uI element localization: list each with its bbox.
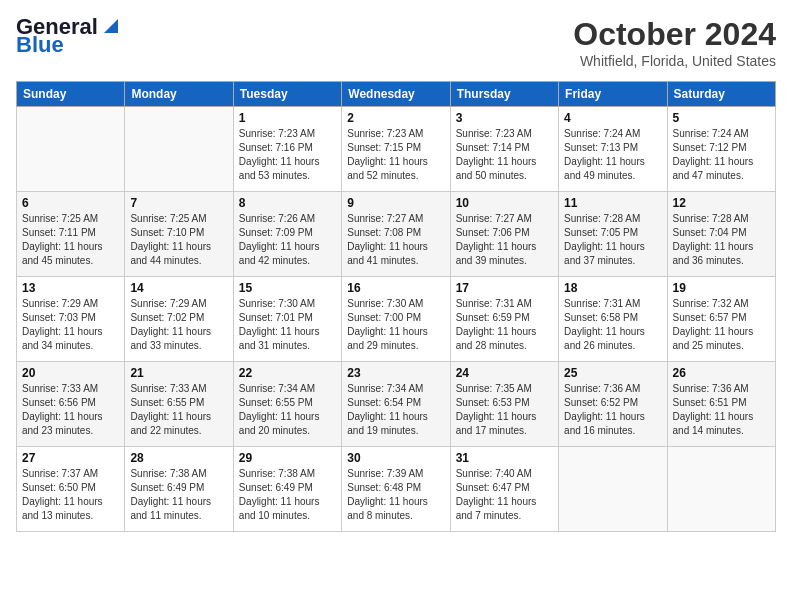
day-number: 10 <box>456 196 553 210</box>
day-number: 23 <box>347 366 444 380</box>
calendar-cell <box>559 447 667 532</box>
day-info: Sunrise: 7:26 AM Sunset: 7:09 PM Dayligh… <box>239 212 336 268</box>
calendar-cell: 23Sunrise: 7:34 AM Sunset: 6:54 PM Dayli… <box>342 362 450 447</box>
calendar-cell: 9Sunrise: 7:27 AM Sunset: 7:08 PM Daylig… <box>342 192 450 277</box>
day-info: Sunrise: 7:23 AM Sunset: 7:14 PM Dayligh… <box>456 127 553 183</box>
calendar-cell: 16Sunrise: 7:30 AM Sunset: 7:00 PM Dayli… <box>342 277 450 362</box>
calendar-cell: 12Sunrise: 7:28 AM Sunset: 7:04 PM Dayli… <box>667 192 775 277</box>
calendar-week-5: 27Sunrise: 7:37 AM Sunset: 6:50 PM Dayli… <box>17 447 776 532</box>
calendar-cell: 26Sunrise: 7:36 AM Sunset: 6:51 PM Dayli… <box>667 362 775 447</box>
calendar-header-wednesday: Wednesday <box>342 82 450 107</box>
calendar-cell: 2Sunrise: 7:23 AM Sunset: 7:15 PM Daylig… <box>342 107 450 192</box>
calendar-cell: 19Sunrise: 7:32 AM Sunset: 6:57 PM Dayli… <box>667 277 775 362</box>
day-info: Sunrise: 7:36 AM Sunset: 6:52 PM Dayligh… <box>564 382 661 438</box>
calendar-cell: 24Sunrise: 7:35 AM Sunset: 6:53 PM Dayli… <box>450 362 558 447</box>
day-info: Sunrise: 7:33 AM Sunset: 6:55 PM Dayligh… <box>130 382 227 438</box>
calendar-cell: 30Sunrise: 7:39 AM Sunset: 6:48 PM Dayli… <box>342 447 450 532</box>
day-number: 4 <box>564 111 661 125</box>
calendar-cell <box>125 107 233 192</box>
calendar-week-2: 6Sunrise: 7:25 AM Sunset: 7:11 PM Daylig… <box>17 192 776 277</box>
calendar-cell: 5Sunrise: 7:24 AM Sunset: 7:12 PM Daylig… <box>667 107 775 192</box>
day-number: 6 <box>22 196 119 210</box>
day-info: Sunrise: 7:31 AM Sunset: 6:58 PM Dayligh… <box>564 297 661 353</box>
day-number: 21 <box>130 366 227 380</box>
day-number: 31 <box>456 451 553 465</box>
calendar-week-1: 1Sunrise: 7:23 AM Sunset: 7:16 PM Daylig… <box>17 107 776 192</box>
calendar-table: SundayMondayTuesdayWednesdayThursdayFrid… <box>16 81 776 532</box>
location: Whitfield, Florida, United States <box>573 53 776 69</box>
calendar-week-3: 13Sunrise: 7:29 AM Sunset: 7:03 PM Dayli… <box>17 277 776 362</box>
calendar-cell: 29Sunrise: 7:38 AM Sunset: 6:49 PM Dayli… <box>233 447 341 532</box>
calendar-cell <box>17 107 125 192</box>
day-info: Sunrise: 7:29 AM Sunset: 7:02 PM Dayligh… <box>130 297 227 353</box>
day-number: 30 <box>347 451 444 465</box>
calendar-cell: 8Sunrise: 7:26 AM Sunset: 7:09 PM Daylig… <box>233 192 341 277</box>
calendar-cell: 28Sunrise: 7:38 AM Sunset: 6:49 PM Dayli… <box>125 447 233 532</box>
day-info: Sunrise: 7:28 AM Sunset: 7:05 PM Dayligh… <box>564 212 661 268</box>
day-number: 16 <box>347 281 444 295</box>
page-header: General Blue October 2024 Whitfield, Flo… <box>16 16 776 69</box>
calendar-cell: 15Sunrise: 7:30 AM Sunset: 7:01 PM Dayli… <box>233 277 341 362</box>
calendar-header-row: SundayMondayTuesdayWednesdayThursdayFrid… <box>17 82 776 107</box>
day-number: 17 <box>456 281 553 295</box>
day-number: 1 <box>239 111 336 125</box>
day-info: Sunrise: 7:34 AM Sunset: 6:54 PM Dayligh… <box>347 382 444 438</box>
day-number: 26 <box>673 366 770 380</box>
day-info: Sunrise: 7:38 AM Sunset: 6:49 PM Dayligh… <box>130 467 227 523</box>
logo-blue: Blue <box>16 34 64 56</box>
calendar-header-tuesday: Tuesday <box>233 82 341 107</box>
calendar-cell: 20Sunrise: 7:33 AM Sunset: 6:56 PM Dayli… <box>17 362 125 447</box>
day-info: Sunrise: 7:40 AM Sunset: 6:47 PM Dayligh… <box>456 467 553 523</box>
calendar-cell: 27Sunrise: 7:37 AM Sunset: 6:50 PM Dayli… <box>17 447 125 532</box>
day-number: 12 <box>673 196 770 210</box>
calendar-week-4: 20Sunrise: 7:33 AM Sunset: 6:56 PM Dayli… <box>17 362 776 447</box>
calendar-cell: 25Sunrise: 7:36 AM Sunset: 6:52 PM Dayli… <box>559 362 667 447</box>
day-info: Sunrise: 7:29 AM Sunset: 7:03 PM Dayligh… <box>22 297 119 353</box>
calendar-header-monday: Monday <box>125 82 233 107</box>
day-info: Sunrise: 7:38 AM Sunset: 6:49 PM Dayligh… <box>239 467 336 523</box>
calendar-cell: 6Sunrise: 7:25 AM Sunset: 7:11 PM Daylig… <box>17 192 125 277</box>
calendar-cell: 7Sunrise: 7:25 AM Sunset: 7:10 PM Daylig… <box>125 192 233 277</box>
day-info: Sunrise: 7:24 AM Sunset: 7:12 PM Dayligh… <box>673 127 770 183</box>
day-number: 18 <box>564 281 661 295</box>
day-number: 15 <box>239 281 336 295</box>
day-info: Sunrise: 7:37 AM Sunset: 6:50 PM Dayligh… <box>22 467 119 523</box>
day-info: Sunrise: 7:27 AM Sunset: 7:06 PM Dayligh… <box>456 212 553 268</box>
day-info: Sunrise: 7:30 AM Sunset: 7:00 PM Dayligh… <box>347 297 444 353</box>
day-info: Sunrise: 7:34 AM Sunset: 6:55 PM Dayligh… <box>239 382 336 438</box>
calendar-header-sunday: Sunday <box>17 82 125 107</box>
day-number: 27 <box>22 451 119 465</box>
calendar-cell: 11Sunrise: 7:28 AM Sunset: 7:05 PM Dayli… <box>559 192 667 277</box>
svg-marker-0 <box>104 19 118 33</box>
calendar-cell: 14Sunrise: 7:29 AM Sunset: 7:02 PM Dayli… <box>125 277 233 362</box>
day-number: 25 <box>564 366 661 380</box>
day-number: 9 <box>347 196 444 210</box>
day-info: Sunrise: 7:25 AM Sunset: 7:11 PM Dayligh… <box>22 212 119 268</box>
calendar-header-thursday: Thursday <box>450 82 558 107</box>
calendar-cell: 1Sunrise: 7:23 AM Sunset: 7:16 PM Daylig… <box>233 107 341 192</box>
calendar-cell: 22Sunrise: 7:34 AM Sunset: 6:55 PM Dayli… <box>233 362 341 447</box>
day-number: 19 <box>673 281 770 295</box>
calendar-cell: 31Sunrise: 7:40 AM Sunset: 6:47 PM Dayli… <box>450 447 558 532</box>
day-number: 8 <box>239 196 336 210</box>
day-info: Sunrise: 7:25 AM Sunset: 7:10 PM Dayligh… <box>130 212 227 268</box>
day-info: Sunrise: 7:32 AM Sunset: 6:57 PM Dayligh… <box>673 297 770 353</box>
day-number: 29 <box>239 451 336 465</box>
day-info: Sunrise: 7:31 AM Sunset: 6:59 PM Dayligh… <box>456 297 553 353</box>
day-info: Sunrise: 7:23 AM Sunset: 7:15 PM Dayligh… <box>347 127 444 183</box>
logo: General Blue <box>16 16 122 56</box>
calendar-cell <box>667 447 775 532</box>
calendar-header-friday: Friday <box>559 82 667 107</box>
day-info: Sunrise: 7:36 AM Sunset: 6:51 PM Dayligh… <box>673 382 770 438</box>
day-info: Sunrise: 7:30 AM Sunset: 7:01 PM Dayligh… <box>239 297 336 353</box>
day-info: Sunrise: 7:35 AM Sunset: 6:53 PM Dayligh… <box>456 382 553 438</box>
day-number: 11 <box>564 196 661 210</box>
day-info: Sunrise: 7:39 AM Sunset: 6:48 PM Dayligh… <box>347 467 444 523</box>
day-number: 13 <box>22 281 119 295</box>
calendar-cell: 13Sunrise: 7:29 AM Sunset: 7:03 PM Dayli… <box>17 277 125 362</box>
title-block: October 2024 Whitfield, Florida, United … <box>573 16 776 69</box>
calendar-cell: 4Sunrise: 7:24 AM Sunset: 7:13 PM Daylig… <box>559 107 667 192</box>
day-info: Sunrise: 7:28 AM Sunset: 7:04 PM Dayligh… <box>673 212 770 268</box>
day-number: 7 <box>130 196 227 210</box>
day-info: Sunrise: 7:24 AM Sunset: 7:13 PM Dayligh… <box>564 127 661 183</box>
